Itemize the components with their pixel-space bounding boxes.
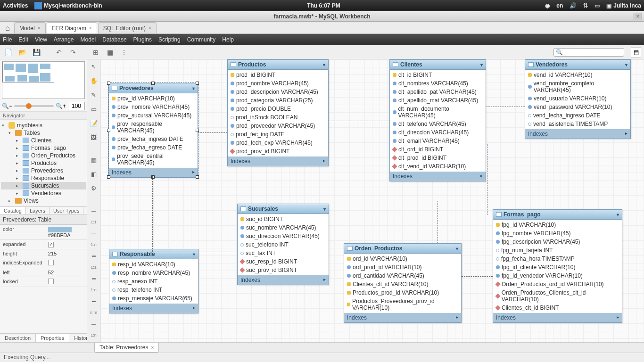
entity-field[interactable]: prod_id BIGINT bbox=[228, 71, 328, 79]
entity-proveedores[interactable]: Proveedores▾prov_id VARCHAR(10)prov_nomb… bbox=[108, 83, 198, 178]
entity-field[interactable]: clt_direccion VARCHAR(45) bbox=[390, 128, 486, 137]
entity-field[interactable]: clt_apellido_mat VARCHAR(45) bbox=[390, 96, 486, 105]
close-icon[interactable]: × bbox=[151, 345, 154, 350]
eraser-tool-icon[interactable]: ✎ bbox=[89, 90, 99, 100]
entity-field[interactable]: fpg_descripcion VARCHAR(45) bbox=[493, 238, 622, 246]
chevron-down-icon[interactable]: ▾ bbox=[456, 246, 458, 251]
close-icon[interactable]: × bbox=[38, 25, 41, 31]
selection-handle[interactable] bbox=[107, 129, 110, 132]
entity-field[interactable]: clt_ord_id BIGINT bbox=[390, 145, 486, 154]
entity-field[interactable]: clt_id BIGINT bbox=[390, 71, 486, 79]
chevron-down-icon[interactable]: ▾ bbox=[193, 252, 195, 257]
entity-header[interactable]: Clientes▾ bbox=[390, 60, 486, 70]
entity-field[interactable]: vend_usuario VARCHAR(10) bbox=[525, 94, 630, 103]
entity-productos[interactable]: Productos▾prod_id BIGINTprod_nombre VARC… bbox=[227, 59, 329, 166]
entity-field[interactable]: prod_fech_exp VARCHAR(45) bbox=[228, 139, 328, 147]
entity-responsable[interactable]: Responsable▾resp_id VARCHAR(10)resp_nomb… bbox=[109, 249, 198, 313]
align-icon[interactable]: ▦ bbox=[105, 47, 115, 58]
entity-field[interactable]: prov_fecha_ingreso DATE bbox=[109, 135, 198, 143]
entity-field[interactable]: clt_vend_id VARCHAR(10) bbox=[390, 162, 486, 171]
indexes-section[interactable]: Indexes▸ bbox=[493, 313, 622, 322]
save-icon[interactable]: 💾 bbox=[31, 47, 41, 58]
indexes-section[interactable]: Indexes▸ bbox=[109, 304, 198, 313]
checkbox[interactable] bbox=[48, 279, 54, 284]
tree-table-vendedores[interactable]: ▸Vendedores bbox=[1, 189, 86, 197]
user-menu[interactable]: ▣ Julita Inca bbox=[606, 2, 641, 9]
entity-field[interactable]: clt_prod_id BIGINT bbox=[390, 154, 486, 162]
menu-plugins[interactable]: Plugins bbox=[133, 36, 152, 43]
entity-field[interactable]: suc_direccion VARCHAR(45) bbox=[238, 232, 329, 240]
entity-field[interactable]: suc_nombre VARCHAR(45) bbox=[238, 223, 329, 232]
selection-handle[interactable] bbox=[196, 129, 199, 132]
entity-field[interactable]: vend_id VARCHAR(10) bbox=[525, 71, 630, 79]
rel-1-nb-icon[interactable]: ━ bbox=[89, 273, 99, 284]
entity-field[interactable]: prod_categoria VARCHAR(25) bbox=[228, 96, 328, 105]
entity-field[interactable]: fpg_id_vendedor VARCHAR(10) bbox=[493, 272, 622, 280]
entity-orden-productos[interactable]: Orden_Productos▾ord_id VARCHAR(10)ord_pr… bbox=[344, 243, 462, 323]
notation-icon[interactable]: ⋮ bbox=[119, 47, 129, 58]
entity-formas-pago[interactable]: Formas_pago▾fpg_id VARCHAR(10)fpg_nombre… bbox=[493, 209, 622, 323]
catalog-tab-catalog[interactable]: Catalog bbox=[0, 207, 26, 214]
redo-icon[interactable]: ↷ bbox=[68, 47, 78, 58]
home-icon[interactable]: ⌂ bbox=[2, 23, 13, 33]
entity-field[interactable]: resp_mensaje VARCHAR(65) bbox=[109, 294, 198, 303]
entity-field[interactable]: prov_id VARCHAR(10) bbox=[109, 94, 198, 103]
menu-model[interactable]: Model bbox=[81, 36, 96, 43]
tree-views[interactable]: ▸Views bbox=[1, 197, 86, 205]
menu-arrange[interactable]: Arrange bbox=[54, 36, 74, 43]
rel-1-1-icon[interactable]: ─ bbox=[89, 206, 99, 216]
prop-value[interactable]: 215 bbox=[45, 249, 87, 258]
table-tool-icon[interactable]: ▦ bbox=[89, 155, 99, 165]
entity-field[interactable]: suc_fax INT bbox=[238, 249, 329, 257]
entity-field[interactable]: suc_id BIGINT bbox=[238, 215, 329, 223]
entity-field[interactable]: suc_telefono INT bbox=[238, 240, 329, 249]
bottom-tab-table[interactable]: Table: Proveedores× bbox=[94, 343, 159, 353]
entity-field[interactable]: prod_inStock BOOLEAN bbox=[228, 113, 328, 122]
entity-field[interactable]: fpg_id VARCHAR(10) bbox=[493, 221, 622, 229]
hand-tool-icon[interactable]: ✋ bbox=[89, 75, 99, 86]
note-tool-icon[interactable]: 📝 bbox=[89, 118, 99, 128]
entity-field[interactable]: resp_nombre VARCHAR(45) bbox=[109, 269, 198, 277]
tree-table-productos[interactable]: ▸Productos bbox=[1, 159, 86, 167]
prop-value[interactable]: 52 bbox=[45, 268, 87, 277]
entity-field[interactable]: clt_telefono VARCHAR(45) bbox=[390, 120, 486, 128]
clock[interactable]: Thu 6:07 PM bbox=[307, 2, 340, 9]
entity-field[interactable]: vend_nombre_completo VARCHAR(45) bbox=[525, 79, 630, 94]
entity-field[interactable]: clt_apellido_pat VARCHAR(45) bbox=[390, 88, 486, 96]
tab-description[interactable]: Description bbox=[0, 334, 36, 342]
entity-field[interactable]: prod_fec_ing DATE bbox=[228, 130, 328, 139]
prop-value[interactable] bbox=[45, 258, 87, 268]
window-close-button[interactable]: × bbox=[634, 13, 642, 20]
indexes-section[interactable]: Indexes▸ bbox=[238, 275, 329, 285]
entity-header[interactable]: Formas_pago▾ bbox=[493, 210, 622, 220]
entity-field[interactable]: prov_nombre VARCHAR(45) bbox=[109, 103, 198, 111]
prop-value[interactable] bbox=[45, 240, 87, 249]
close-icon[interactable]: × bbox=[89, 25, 92, 31]
entity-field[interactable]: Productos_Proveedores_prov_id VARCHAR(10… bbox=[344, 297, 461, 312]
checkbox[interactable] bbox=[48, 242, 54, 247]
selection-handle[interactable] bbox=[107, 175, 110, 179]
entity-field[interactable]: prov_responsable VARCHAR(45) bbox=[109, 120, 198, 135]
new-icon[interactable]: 📄 bbox=[3, 47, 13, 58]
entity-field[interactable]: vend_asistencia TIMESTAMP bbox=[525, 120, 630, 128]
taskbar-app[interactable]: Mysql-workbench-bin bbox=[34, 2, 102, 9]
entity-sucursales[interactable]: Sucursales▾suc_id BIGINTsuc_nombre VARCH… bbox=[237, 204, 329, 285]
entity-header[interactable]: Responsable▾ bbox=[109, 249, 198, 259]
open-icon[interactable]: 📂 bbox=[17, 47, 27, 58]
zoom-value[interactable]: 100 bbox=[68, 102, 85, 110]
entity-field[interactable]: ord_prod_id VARCHAR(10) bbox=[344, 263, 461, 272]
chevron-down-icon[interactable]: ▾ bbox=[323, 206, 326, 212]
rel-pick-icon[interactable]: ─ bbox=[89, 319, 99, 329]
tab-properties[interactable]: Properties bbox=[36, 334, 69, 342]
pointer-tool-icon[interactable]: ↖ bbox=[89, 61, 99, 72]
chevron-down-icon[interactable]: ▾ bbox=[617, 212, 619, 217]
entity-field[interactable]: Orden_Productos_ord_id VARCHAR(10) bbox=[493, 280, 622, 288]
entity-field[interactable]: clt_num_documento VARCHAR(45) bbox=[390, 105, 486, 120]
tab-sql-editor[interactable]: SQL Editor (root)× bbox=[98, 22, 157, 33]
battery-icon[interactable]: ▭ bbox=[594, 2, 600, 9]
tree-db[interactable]: ▾mydbtesis bbox=[1, 122, 86, 129]
chevron-down-icon[interactable]: ▾ bbox=[480, 62, 483, 67]
entity-header[interactable]: Orden_Productos▾ bbox=[344, 244, 461, 254]
zoom-slider[interactable] bbox=[14, 105, 54, 107]
entity-field[interactable]: prov_sucursal VARCHAR(45) bbox=[109, 111, 198, 120]
